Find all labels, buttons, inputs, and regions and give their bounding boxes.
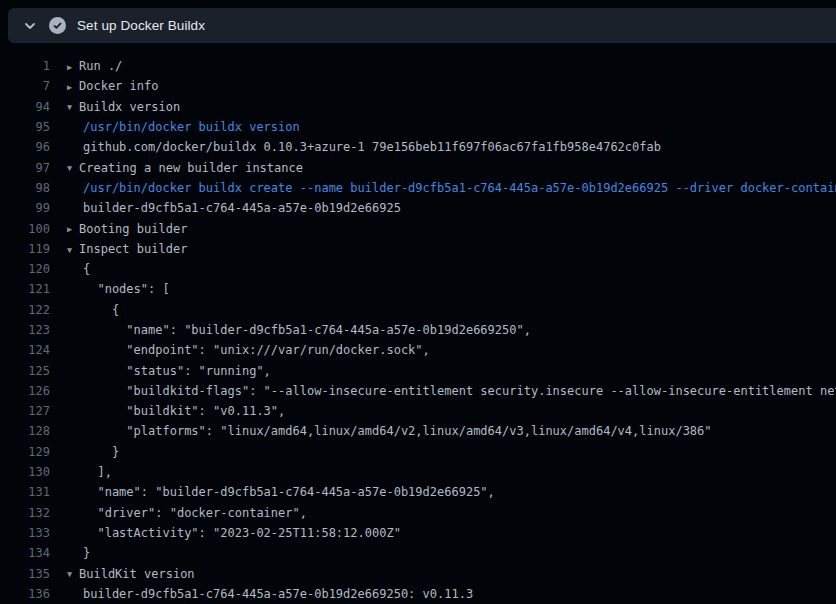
log-line-body: ], bbox=[50, 465, 836, 479]
line-number[interactable]: 125 bbox=[0, 364, 50, 378]
log-line-body: ▶Run ./ bbox=[50, 59, 836, 73]
group-title: Docker info bbox=[79, 79, 158, 93]
log-group-row[interactable]: 7▶Docker info bbox=[0, 76, 836, 96]
output-text: "buildkit": "v0.11.3", bbox=[83, 404, 285, 418]
output-text: "nodes": [ bbox=[83, 282, 170, 296]
log-line: 136builder-d9cfb5a1-c764-445a-a57e-0b19d… bbox=[0, 584, 836, 604]
group-title: Creating a new builder instance bbox=[79, 161, 303, 175]
output-text: "lastActivity": "2023-02-25T11:58:12.000… bbox=[83, 526, 401, 540]
log-line-body: "nodes": [ bbox=[50, 282, 836, 296]
check-circle-icon bbox=[49, 17, 66, 34]
log-line: 98/usr/bin/docker buildx create --name b… bbox=[0, 178, 836, 198]
log-line: 125 "status": "running", bbox=[0, 360, 836, 380]
log-viewer: 1▶Run ./7▶Docker info94▼Buildx version95… bbox=[0, 43, 836, 604]
log-line-body: } bbox=[50, 546, 836, 560]
line-number[interactable]: 134 bbox=[0, 546, 50, 560]
output-text: "name": "builder-d9cfb5a1-c764-445a-a57e… bbox=[83, 485, 495, 499]
line-number[interactable]: 97 bbox=[0, 161, 50, 175]
line-number[interactable]: 119 bbox=[0, 242, 50, 256]
line-number[interactable]: 7 bbox=[0, 79, 50, 93]
triangle-right-icon[interactable]: ▶ bbox=[67, 225, 79, 234]
log-line-body: } bbox=[50, 445, 836, 459]
output-text: } bbox=[83, 546, 90, 560]
line-number[interactable]: 121 bbox=[0, 282, 50, 296]
line-number[interactable]: 126 bbox=[0, 384, 50, 398]
chevron-down-icon[interactable] bbox=[23, 19, 36, 32]
line-number[interactable]: 133 bbox=[0, 526, 50, 540]
line-number[interactable]: 131 bbox=[0, 485, 50, 499]
log-line: 99builder-d9cfb5a1-c764-445a-a57e-0b19d2… bbox=[0, 198, 836, 218]
log-line: 123 "name": "builder-d9cfb5a1-c764-445a-… bbox=[0, 320, 836, 340]
output-text: { bbox=[83, 303, 119, 317]
line-number[interactable]: 130 bbox=[0, 465, 50, 479]
log-group-row[interactable]: 1▶Run ./ bbox=[0, 56, 836, 76]
line-number[interactable]: 96 bbox=[0, 140, 50, 154]
triangle-down-icon[interactable]: ▼ bbox=[67, 570, 79, 579]
log-line-body: ▶Booting builder bbox=[50, 222, 836, 236]
log-line-body: "name": "builder-d9cfb5a1-c764-445a-a57e… bbox=[50, 323, 836, 337]
line-number[interactable]: 135 bbox=[0, 567, 50, 581]
log-line: 130 ], bbox=[0, 462, 836, 482]
line-number[interactable]: 129 bbox=[0, 445, 50, 459]
log-line-body: "buildkitd-flags": "--allow-insecure-ent… bbox=[50, 384, 836, 398]
line-number[interactable]: 120 bbox=[0, 262, 50, 276]
log-line-body: builder-d9cfb5a1-c764-445a-a57e-0b19d2e6… bbox=[50, 201, 836, 215]
triangle-down-icon[interactable]: ▼ bbox=[67, 103, 79, 112]
output-text: "platforms": "linux/amd64,linux/amd64/v2… bbox=[83, 424, 712, 438]
log-line-body: "platforms": "linux/amd64,linux/amd64/v2… bbox=[50, 424, 836, 438]
group-title: BuildKit version bbox=[79, 567, 195, 581]
group-title: Inspect builder bbox=[79, 242, 187, 256]
log-line-body: /usr/bin/docker buildx create --name bui… bbox=[50, 181, 836, 195]
log-line: 96github.com/docker/buildx 0.10.3+azure-… bbox=[0, 137, 836, 157]
output-text: "name": "builder-d9cfb5a1-c764-445a-a57e… bbox=[83, 323, 531, 337]
line-number[interactable]: 100 bbox=[0, 222, 50, 236]
step-header[interactable]: Set up Docker Buildx bbox=[8, 8, 836, 43]
output-text: "status": "running", bbox=[83, 364, 271, 378]
output-text: "buildkitd-flags": "--allow-insecure-ent… bbox=[83, 384, 836, 398]
output-text: builder-d9cfb5a1-c764-445a-a57e-0b19d2e6… bbox=[83, 201, 401, 215]
log-line-body: github.com/docker/buildx 0.10.3+azure-1 … bbox=[50, 140, 836, 154]
line-number[interactable]: 95 bbox=[0, 120, 50, 134]
log-group-row[interactable]: 94▼Buildx version bbox=[0, 97, 836, 117]
line-number[interactable]: 127 bbox=[0, 404, 50, 418]
log-line-body: "endpoint": "unix:///var/run/docker.sock… bbox=[50, 343, 836, 357]
line-number[interactable]: 124 bbox=[0, 343, 50, 357]
log-line: 120{ bbox=[0, 259, 836, 279]
output-text: github.com/docker/buildx 0.10.3+azure-1 … bbox=[83, 140, 661, 154]
log-group-row[interactable]: 97▼Creating a new builder instance bbox=[0, 157, 836, 177]
log-group-row[interactable]: 135▼BuildKit version bbox=[0, 563, 836, 583]
output-text: "driver": "docker-container", bbox=[83, 506, 307, 520]
triangle-down-icon[interactable]: ▼ bbox=[67, 245, 79, 254]
line-number[interactable]: 136 bbox=[0, 587, 50, 601]
line-number[interactable]: 122 bbox=[0, 303, 50, 317]
log-line: 124 "endpoint": "unix:///var/run/docker.… bbox=[0, 340, 836, 360]
triangle-right-icon[interactable]: ▶ bbox=[67, 62, 79, 71]
group-title: Buildx version bbox=[79, 100, 180, 114]
log-line-body: "status": "running", bbox=[50, 364, 836, 378]
log-line-body: { bbox=[50, 262, 836, 276]
triangle-down-icon[interactable]: ▼ bbox=[67, 164, 79, 173]
output-text: ], bbox=[83, 465, 112, 479]
log-line: 133 "lastActivity": "2023-02-25T11:58:12… bbox=[0, 523, 836, 543]
line-number[interactable]: 99 bbox=[0, 201, 50, 215]
line-number[interactable]: 94 bbox=[0, 100, 50, 114]
line-number[interactable]: 1 bbox=[0, 59, 50, 73]
log-line: 128 "platforms": "linux/amd64,linux/amd6… bbox=[0, 421, 836, 441]
line-number[interactable]: 123 bbox=[0, 323, 50, 337]
log-line-body: ▶Docker info bbox=[50, 79, 836, 93]
log-group-row[interactable]: 100▶Booting builder bbox=[0, 218, 836, 238]
log-line-body: ▼Creating a new builder instance bbox=[50, 161, 836, 175]
log-group-row[interactable]: 119▼Inspect builder bbox=[0, 239, 836, 259]
line-number[interactable]: 128 bbox=[0, 424, 50, 438]
log-line-body: ▼Inspect builder bbox=[50, 242, 836, 256]
line-number[interactable]: 132 bbox=[0, 506, 50, 520]
log-line: 95/usr/bin/docker buildx version bbox=[0, 117, 836, 137]
output-text: { bbox=[83, 262, 90, 276]
triangle-right-icon[interactable]: ▶ bbox=[67, 83, 79, 92]
log-line: 131 "name": "builder-d9cfb5a1-c764-445a-… bbox=[0, 482, 836, 502]
log-line: 134} bbox=[0, 543, 836, 563]
log-line-body: /usr/bin/docker buildx version bbox=[50, 120, 836, 134]
log-line: 129 } bbox=[0, 442, 836, 462]
line-number[interactable]: 98 bbox=[0, 181, 50, 195]
log-line: 127 "buildkit": "v0.11.3", bbox=[0, 401, 836, 421]
